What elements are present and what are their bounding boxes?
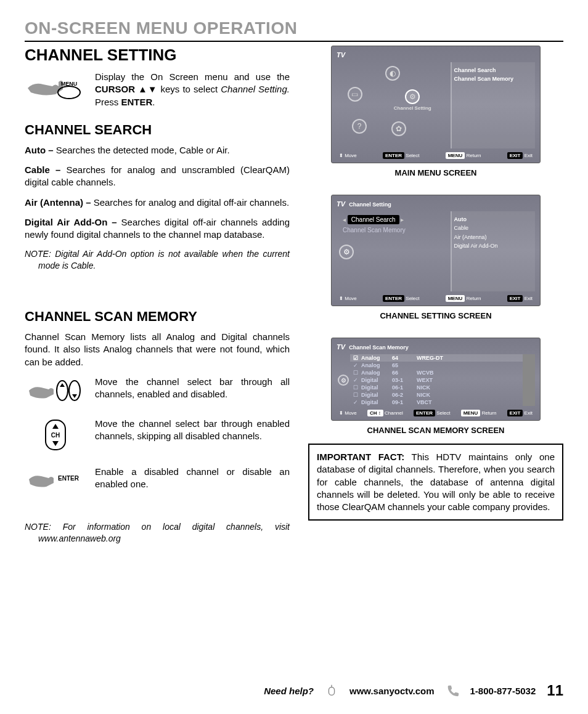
channel-scan-memory-screen: TV Channel Scan Memory ⚙ ☑Analog64WREG-D… [331,338,541,421]
memory-row: ☐Digital06-1NICK [350,384,523,391]
search-item-air: Air (Antenna) – Searches for analog and … [25,197,290,209]
svg-marker-8 [52,441,59,446]
enter-hand-icon: ENTER [25,466,86,490]
svg-marker-6 [52,424,59,429]
memory-row: ✓Digital09-1VBCT [350,399,523,406]
page-number: 11 [547,682,563,699]
svg-rect-10 [329,688,334,696]
search-item-addon: Digital Air Add-On – Searches digital of… [25,216,290,241]
channel-setting-caption: CHANNEL SETTING SCREEN [308,311,563,320]
channel-setting-screen: TV Channel Setting ◂ Channel Search ▸ Ch… [331,195,541,306]
main-menu-screen: TV ◐ ▭ ⚙Channel Setting ? ✿ Channel Sear… [331,46,541,163]
menu-label: MENU [61,81,78,87]
memory-row-1: Move the channel select bar through all … [95,376,290,401]
memory-note: NOTE: For information on local digital c… [25,521,290,545]
important-fact-box: IMPORTANT FACT: This HDTV maintains only… [308,444,563,521]
memory-row: ☐Analog66WCVB [350,369,523,376]
menu-hand-icon: MENU [25,71,86,102]
footer-phone: 1-800-877-5032 [470,686,536,696]
page-footer: Need help? www.sanyoctv.com 1-800-877-50… [25,682,563,699]
main-menu-caption: MAIN MENU SCREEN [308,168,563,177]
channel-search-title: CHANNEL SEARCH [25,122,290,138]
right-column: TV ◐ ▭ ⚙Channel Setting ? ✿ Channel Sear… [308,46,563,545]
channel-scan-memory-title: CHANNEL SCAN MEMORY [25,309,290,325]
memory-row: ✓Analog65 [350,362,523,369]
svg-text:CH: CH [51,432,60,439]
memory-intro: Channel Scan Memory lists all Analog and… [25,331,290,368]
updown-hand-icon [25,376,86,404]
phone-icon [446,684,459,697]
mouse-icon [325,684,338,697]
channel-setting-title: CHANNEL SETTING [25,46,290,65]
intro-text: Display the On Screen menu and use the C… [95,71,290,108]
need-help-label: Need help? [264,686,314,696]
search-note: NOTE: Digital Air Add-On option is not a… [25,248,290,272]
ch-button-icon: CH [25,418,86,452]
left-column: CHANNEL SETTING MENU Display the On Scre… [25,46,290,545]
search-item-cable: Cable – Searches for analog and unscramb… [25,164,290,189]
svg-marker-4 [72,394,77,398]
search-item-auto: Auto – Searches the detected mode, Cable… [25,144,290,156]
memory-row-2: Move the channel select bar through enab… [95,418,290,443]
memory-row: ☑Analog64WREG-DT [350,354,523,362]
footer-url: www.sanyoctv.com [349,686,435,696]
page-header: ON-SCREEN MENU OPERATION [25,18,563,42]
memory-row-3: Enable a disabled channel or disable an … [95,466,290,491]
svg-point-0 [58,86,80,99]
channel-scan-memory-caption: CHANNEL SCAN MEMORY SCREEN [308,426,563,435]
svg-marker-2 [60,383,65,387]
memory-row: ✓Digital03-1WEXT [350,376,523,384]
svg-text:ENTER: ENTER [58,475,80,482]
memory-row: ☐Digital06-2NICK [350,391,523,399]
